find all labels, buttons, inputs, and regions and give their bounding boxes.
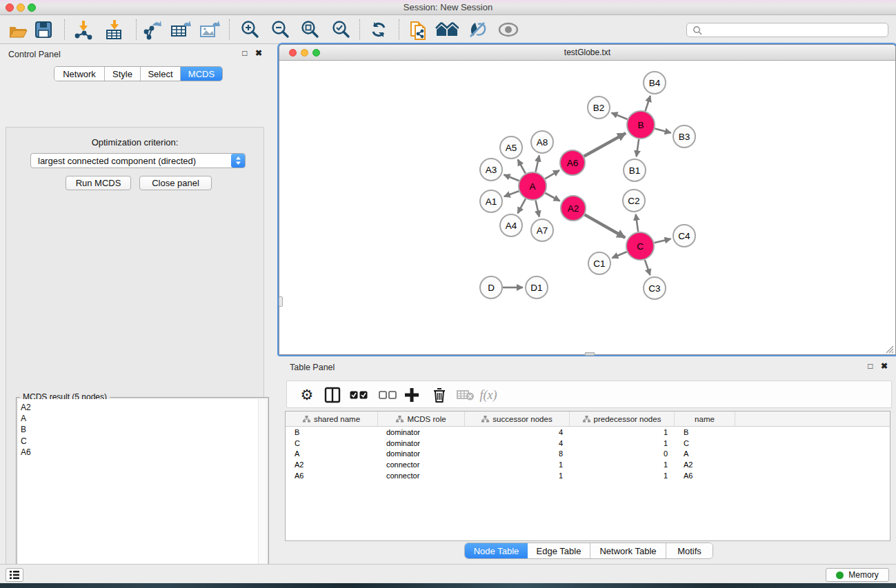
hide-graphics-details-icon[interactable] (465, 19, 490, 41)
edge-C-C4[interactable] (654, 239, 670, 243)
column-header-predecessor-nodes[interactable]: predecessor nodes (570, 412, 675, 426)
edge-B-B1[interactable] (637, 139, 639, 156)
node-A6[interactable]: A6 (560, 150, 585, 175)
mcds-result-list[interactable]: A2ABCA6 (18, 399, 259, 588)
delete-table-icon[interactable] (455, 384, 477, 406)
result-item[interactable]: A2 (21, 402, 259, 413)
network-minimize-button[interactable] (301, 49, 308, 57)
node-A4[interactable]: A4 (500, 214, 522, 236)
refresh-icon[interactable] (366, 19, 391, 41)
node-A[interactable]: A (519, 172, 546, 200)
table-row[interactable]: Bdominator41B (286, 427, 890, 438)
select-all-columns-icon[interactable] (348, 384, 370, 406)
tab-mcds[interactable]: MCDS (181, 67, 222, 81)
node-A1[interactable]: A1 (480, 190, 502, 212)
tab-motifs[interactable]: Motifs (666, 543, 713, 558)
float-panel-icon[interactable]: □ (242, 48, 247, 58)
show-graphics-details-icon[interactable] (496, 19, 521, 41)
edge-A2-C[interactable] (585, 214, 626, 237)
node-A7[interactable]: A7 (531, 219, 553, 241)
edge-A-A1[interactable] (504, 191, 519, 196)
node-A2[interactable]: A2 (561, 196, 586, 221)
tab-style[interactable]: Style (105, 67, 141, 81)
export-network-icon[interactable] (139, 19, 164, 41)
result-scrollbar[interactable] (258, 399, 267, 588)
search-input[interactable] (702, 24, 888, 36)
zoom-window-button[interactable] (28, 3, 36, 12)
network-close-button[interactable] (289, 49, 297, 57)
node-D[interactable]: D (480, 276, 502, 298)
network-canvas[interactable]: AA2A6BCA1A3A4A5A7A8B1B2B3B4C1C2C3C4DD1 (279, 61, 895, 354)
table-row[interactable]: Cdominator41C (286, 438, 890, 449)
edge-A-A5[interactable] (518, 159, 526, 173)
node-B[interactable]: B (627, 111, 655, 139)
node-A8[interactable]: A8 (531, 131, 553, 153)
table-row[interactable]: Adominator80A (286, 448, 890, 459)
column-header-shared-name[interactable]: shared name (286, 412, 378, 426)
save-session-icon[interactable] (31, 19, 56, 41)
result-item[interactable]: A6 (21, 447, 259, 458)
minimize-window-button[interactable] (17, 3, 25, 12)
network-zoom-button[interactable] (312, 49, 320, 57)
tab-network-table[interactable]: Network Table (590, 543, 666, 558)
table-row[interactable]: A6connector11A6 (286, 470, 890, 481)
show-columns-icon[interactable] (321, 384, 344, 406)
tab-network[interactable]: Network (54, 67, 105, 81)
run-mcds-button[interactable]: Run MCDS (66, 176, 131, 190)
node-C4[interactable]: C4 (673, 225, 695, 247)
edge-B-B2[interactable] (612, 113, 628, 119)
edge-C-C1[interactable] (612, 252, 626, 258)
task-history-button[interactable] (6, 568, 23, 582)
column-header-successor-nodes[interactable]: successor nodes (465, 412, 570, 426)
close-table-panel-icon[interactable]: ✖ (881, 361, 888, 371)
close-window-button[interactable] (6, 3, 14, 12)
float-table-panel-icon[interactable]: □ (868, 361, 873, 371)
tab-select[interactable]: Select (141, 67, 181, 81)
column-header-mcds-role[interactable]: MCDS role (378, 412, 465, 426)
node-B2[interactable]: B2 (588, 97, 610, 119)
table-settings-gear-icon[interactable]: ⚙ (296, 384, 318, 406)
result-item[interactable]: A (21, 413, 259, 424)
column-header-name[interactable]: name (675, 412, 735, 426)
edge-B-B4[interactable] (646, 96, 650, 111)
deselect-all-columns-icon[interactable] (377, 384, 399, 406)
import-network-icon[interactable] (71, 19, 96, 41)
edge-A6-B[interactable] (584, 133, 626, 156)
close-panel-icon[interactable]: ✖ (255, 48, 262, 58)
edge-A-A6[interactable] (545, 170, 559, 179)
export-table-icon[interactable] (168, 19, 193, 41)
result-item[interactable]: C (21, 436, 259, 447)
table-row[interactable]: A2connector11A2 (286, 459, 890, 470)
node-B3[interactable]: B3 (673, 125, 695, 148)
node-A5[interactable]: A5 (500, 136, 522, 159)
result-item[interactable]: B (21, 424, 259, 435)
tab-node-table[interactable]: Node Table (465, 543, 528, 558)
zoom-out-icon[interactable] (268, 19, 292, 41)
edge-A-A8[interactable] (535, 156, 539, 172)
node-C3[interactable]: C3 (644, 277, 666, 299)
memory-button[interactable]: Memory (826, 568, 889, 582)
zoom-selected-icon[interactable] (328, 19, 353, 41)
tab-edge-table[interactable]: Edge Table (528, 543, 590, 558)
node-D1[interactable]: D1 (526, 276, 548, 298)
node-C2[interactable]: C2 (623, 190, 645, 212)
edge-A-A7[interactable] (535, 201, 539, 217)
node-B4[interactable]: B4 (644, 72, 666, 94)
resize-grip-icon[interactable] (885, 344, 894, 353)
node-A3[interactable]: A3 (480, 159, 502, 181)
node-B1[interactable]: B1 (624, 159, 646, 181)
close-panel-button[interactable]: Close panel (139, 176, 212, 190)
canvas-bottom-scroll-stub[interactable] (585, 352, 595, 356)
edge-C-C3[interactable] (645, 260, 650, 275)
network-window-titlebar[interactable]: testGlobe.txt (279, 45, 895, 61)
edge-A-A2[interactable] (545, 193, 559, 201)
edge-C-C2[interactable] (636, 214, 638, 232)
edge-B-B3[interactable] (655, 128, 670, 132)
edge-A-A3[interactable] (504, 174, 519, 181)
first-neighbors-icon[interactable] (435, 19, 459, 41)
edge-A-A4[interactable] (518, 199, 526, 213)
criterion-dropdown[interactable]: largest connected component (directed) (30, 153, 246, 168)
new-network-from-selection-icon[interactable] (406, 19, 431, 41)
search-field[interactable] (686, 23, 888, 37)
open-session-icon[interactable] (6, 19, 30, 41)
